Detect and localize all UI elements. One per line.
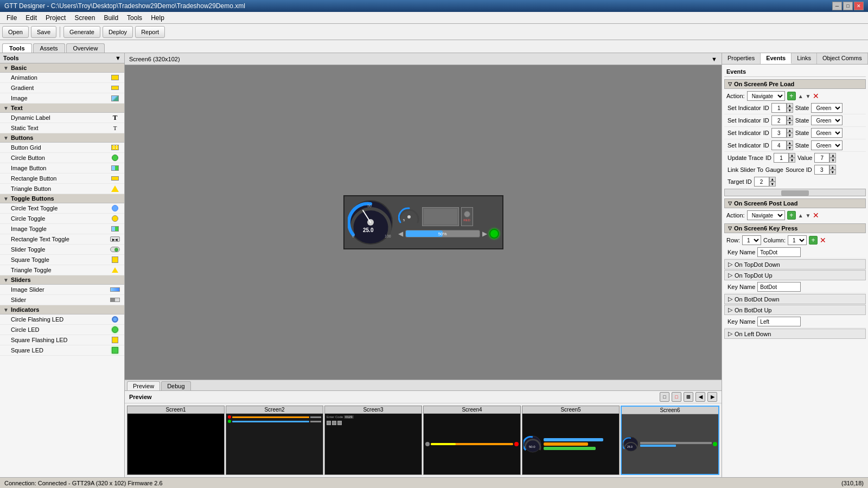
update-trace-value-up[interactable]: ▲ xyxy=(829,153,836,158)
source-id-input[interactable] xyxy=(814,165,829,175)
update-trace-id-dn[interactable]: ▼ xyxy=(789,158,795,163)
key-name-left-input[interactable] xyxy=(757,317,801,326)
preview-btn-1[interactable]: □ xyxy=(660,392,669,402)
screen-thumb-2[interactable]: Screen2 xyxy=(226,406,323,475)
right-tab-properties[interactable]: Properties xyxy=(722,53,761,64)
action-up-button[interactable]: ▲ xyxy=(798,93,803,99)
screen-thumb-6[interactable]: Screen6 25.0 xyxy=(621,406,719,475)
tab-overview[interactable]: Overview xyxy=(66,43,105,53)
preview-btn-next[interactable]: ▶ xyxy=(707,392,717,402)
on-botdot-down[interactable]: ▷ On BotDot Down xyxy=(724,294,866,304)
menu-build[interactable]: Build xyxy=(99,13,123,23)
on-topdot-down[interactable]: ▷ On TopDot Down xyxy=(724,259,866,269)
tab-debug[interactable]: Debug xyxy=(161,381,190,390)
postload-header[interactable]: ▽ On Screen6 Post Load xyxy=(724,198,866,208)
tool-image-toggle[interactable]: Image Toggle xyxy=(0,224,124,234)
tool-image[interactable]: Image xyxy=(0,93,124,104)
indicator-2-id-up[interactable]: ▲ xyxy=(787,115,793,120)
indicator-1-id-dn[interactable]: ▼ xyxy=(787,108,793,113)
menu-screen[interactable]: Screen xyxy=(70,13,99,23)
target-id-input[interactable] xyxy=(754,177,769,187)
indicator-2-state[interactable]: Green Red Off xyxy=(811,115,843,125)
on-botdot-up[interactable]: ▷ On BotDot Up xyxy=(724,305,866,315)
section-basic[interactable]: ▼ Basic xyxy=(0,63,124,73)
tab-preview[interactable]: Preview xyxy=(127,381,160,390)
tool-circle-button[interactable]: Circle Button xyxy=(0,153,124,163)
tool-triangle-button[interactable]: Triangle Button xyxy=(0,184,124,194)
action-add-button[interactable]: + xyxy=(787,92,796,100)
action-select[interactable]: Navigate xyxy=(747,91,785,101)
menu-tools[interactable]: Tools xyxy=(123,13,146,23)
save-button[interactable]: Save xyxy=(31,26,56,38)
indicator-4-id-input[interactable] xyxy=(771,140,787,150)
deploy-button[interactable]: Deploy xyxy=(103,26,133,38)
menu-file[interactable]: File xyxy=(2,13,21,23)
tool-slider[interactable]: Slider xyxy=(0,295,124,305)
menu-help[interactable]: Help xyxy=(146,13,169,23)
update-trace-value-input[interactable] xyxy=(814,153,829,163)
tool-square-flashing-led[interactable]: Square Flashing LED xyxy=(0,335,124,345)
section-text[interactable]: ▼ Text xyxy=(0,104,124,113)
tool-static-text[interactable]: Static Text T xyxy=(0,123,124,133)
menu-edit[interactable]: Edit xyxy=(21,13,41,23)
indicator-3-id-up[interactable]: ▲ xyxy=(787,128,793,133)
col-select[interactable]: 1 xyxy=(788,235,807,245)
menu-project[interactable]: Project xyxy=(41,13,70,23)
indicator-3-id-dn[interactable]: ▼ xyxy=(787,133,793,138)
tool-button-grid[interactable]: Button Grid xyxy=(0,143,124,153)
on-topdot-up[interactable]: ▷ On TopDot Up xyxy=(724,270,866,280)
tool-animation[interactable]: Animation xyxy=(0,73,124,83)
indicator-2-id-dn[interactable]: ▼ xyxy=(787,120,793,125)
minimize-button[interactable]: ─ xyxy=(832,2,842,10)
canvas-dropdown-arrow[interactable]: ▼ xyxy=(711,56,717,62)
section-toggle-buttons[interactable]: ▼ Toggle Buttons xyxy=(0,194,124,203)
generate-button[interactable]: Generate xyxy=(63,26,100,38)
tool-triangle-toggle[interactable]: Triangle Toggle xyxy=(0,265,124,275)
update-trace-id-input[interactable] xyxy=(774,153,789,163)
postload-add-button[interactable]: + xyxy=(787,211,796,220)
tab-assets[interactable]: Assets xyxy=(33,43,65,53)
indicator-1-state[interactable]: Green Red Off xyxy=(811,103,843,113)
close-button[interactable]: ✕ xyxy=(854,2,864,10)
target-id-dn[interactable]: ▼ xyxy=(769,182,776,187)
keypress-header[interactable]: ▽ On Screen6 Key Press xyxy=(724,223,866,233)
right-tab-object-comms[interactable]: Object Comms xyxy=(817,53,868,64)
indicator-1-id-input[interactable] xyxy=(771,103,787,113)
source-id-up[interactable]: ▲ xyxy=(829,165,836,170)
canvas-area[interactable]: 0 50 100 25.0 xyxy=(125,65,722,380)
tool-image-slider[interactable]: Image Slider xyxy=(0,285,124,295)
preload-header[interactable]: ▽ On Screen6 Pre Load xyxy=(724,79,866,89)
tool-circle-led[interactable]: Circle LED xyxy=(0,325,124,335)
report-button[interactable]: Report xyxy=(135,26,165,38)
action-delete-button[interactable]: ✕ xyxy=(813,92,819,100)
tool-dynamic-label[interactable]: Dynamic Label T xyxy=(0,113,124,123)
indicator-1-id-up[interactable]: ▲ xyxy=(787,103,793,108)
action-down-button[interactable]: ▼ xyxy=(806,93,811,99)
tool-circle-toggle[interactable]: Circle Toggle xyxy=(0,214,124,224)
postload-action-select[interactable]: Navigate xyxy=(747,210,785,220)
tool-slider-toggle[interactable]: Slider Toggle xyxy=(0,245,124,255)
section-sliders[interactable]: ▼ Sliders xyxy=(0,275,124,285)
right-tab-links[interactable]: Links xyxy=(792,53,817,64)
preview-btn-2[interactable]: □ xyxy=(672,392,681,402)
section-indicators[interactable]: ▼ Indicators xyxy=(0,305,124,314)
postload-down-button[interactable]: ▼ xyxy=(806,213,811,219)
target-id-up[interactable]: ▲ xyxy=(769,177,776,182)
preload-scrollbar[interactable] xyxy=(724,189,866,196)
key-name-botdot-input[interactable] xyxy=(757,282,801,292)
tool-circle-flashing-led[interactable]: Circle Flashing LED xyxy=(0,314,124,325)
tool-rectangle-button[interactable]: Rectangle Button xyxy=(0,174,124,184)
indicator-4-state[interactable]: Green Red Off xyxy=(811,140,843,150)
row-select[interactable]: 1 xyxy=(742,235,761,245)
indicator-4-id-dn[interactable]: ▼ xyxy=(787,145,793,150)
screen-thumb-1[interactable]: Screen1 xyxy=(127,406,225,475)
tool-gradient[interactable]: Gradient xyxy=(0,83,124,93)
update-trace-id-up[interactable]: ▲ xyxy=(789,153,795,158)
update-trace-value-dn[interactable]: ▼ xyxy=(829,158,836,163)
screen-thumb-3[interactable]: Screen3 Enter Code 0123 xyxy=(324,406,422,475)
postload-up-button[interactable]: ▲ xyxy=(798,213,803,219)
key-name-topdot-input[interactable] xyxy=(757,247,801,257)
indicator-3-state[interactable]: Green Red Off xyxy=(811,128,843,138)
maximize-button[interactable]: □ xyxy=(843,2,853,10)
tool-image-button[interactable]: Image Button xyxy=(0,163,124,174)
